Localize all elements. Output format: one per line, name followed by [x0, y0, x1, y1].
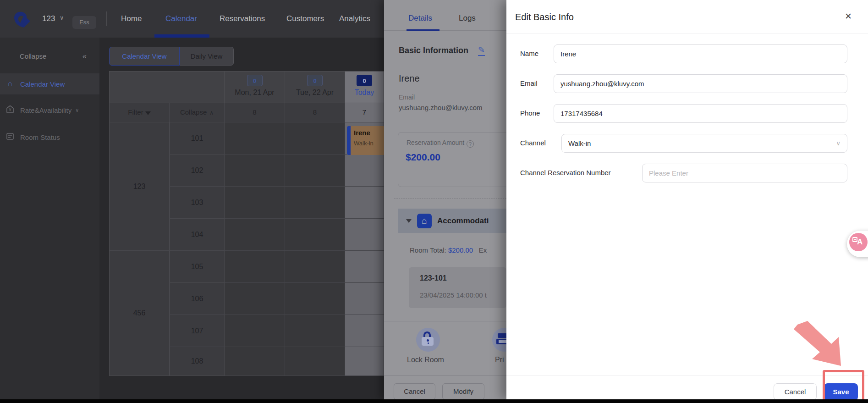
room-total-value: $200.00 [448, 246, 473, 254]
phone-field[interactable]: 17317435684 [554, 104, 847, 123]
room-row-label[interactable]: 105 [170, 251, 225, 283]
tabs-divider [384, 30, 506, 31]
lock-room-button[interactable] [416, 328, 440, 352]
room-row-label[interactable]: 107 [170, 315, 225, 347]
room-code: 123-101 [420, 274, 447, 282]
grid-cell[interactable] [225, 283, 285, 315]
tab-details[interactable]: Details [408, 14, 432, 23]
modal-cancel-button[interactable]: Cancel [774, 383, 817, 400]
day-header[interactable]: 0 Tue, 22 Apr [285, 71, 345, 103]
grid-cell[interactable] [225, 155, 285, 187]
sidebar-item-rate-availability[interactable]: ¥ Rate&Availability ∨ [0, 99, 99, 121]
sidebar-item-label: Calendar View [20, 80, 65, 88]
grid-cell-today[interactable] [345, 283, 384, 315]
edit-pencil-icon[interactable]: ✎ [478, 45, 485, 56]
grid-cell[interactable] [285, 219, 345, 251]
org-selector[interactable]: 123 [42, 0, 55, 38]
grid-cell[interactable] [285, 315, 345, 347]
daily-view-button[interactable]: Daily View [180, 47, 234, 66]
grid-cell[interactable] [285, 155, 345, 187]
help-question-icon[interactable]: ? [467, 140, 474, 148]
room-row-label[interactable]: 102 [170, 155, 225, 187]
screen: 123 ∨ Ess Home Calendar Reservations Cus… [0, 0, 868, 403]
room-status-icon [5, 132, 15, 143]
sidebar-collapse[interactable]: Collapse « [0, 49, 99, 65]
calendar-view-button[interactable]: Calendar View [109, 47, 180, 66]
grid-cell[interactable] [225, 251, 285, 283]
guest-name: Irene [399, 73, 420, 84]
modal-footer-divider [506, 375, 868, 375]
collapse-rooms-cell[interactable]: Collapse∧ [170, 103, 225, 122]
chevron-down-icon: ∨ [60, 14, 64, 21]
drawer-cancel-button[interactable]: Cancel [394, 383, 435, 400]
amount-label-text: Reservation Amount [407, 139, 464, 146]
room-total-label: Room Total: [410, 246, 446, 254]
accommodation-section-header[interactable]: ⌂ Accommodati [398, 209, 506, 233]
chevron-down-icon: ∨ [836, 140, 841, 147]
grid-cell-today[interactable] [345, 187, 384, 219]
nav-item-analytics[interactable]: Analytics [339, 0, 370, 38]
drawer-modify-button[interactable]: Modify [442, 383, 484, 400]
day-header[interactable]: 0 Mon, 21 Apr [225, 71, 285, 103]
nav-item-customers[interactable]: Customers [286, 0, 324, 38]
sidebar-item-calendar-view[interactable]: ⌂ Calendar View [0, 73, 99, 94]
sidebar-item-room-status[interactable]: Room Status [0, 127, 99, 148]
grid-cell[interactable] [285, 187, 345, 219]
channel-select[interactable]: Walk-in ∨ [561, 134, 847, 153]
grid-cell[interactable] [225, 122, 285, 155]
grid-cell[interactable] [285, 347, 345, 376]
room-row-label[interactable]: 106 [170, 283, 225, 315]
room-row-label[interactable]: 103 [170, 187, 225, 219]
grid-cell[interactable] [285, 251, 345, 283]
room-row-label[interactable]: 101 [170, 122, 225, 155]
grid-cell[interactable] [225, 219, 285, 251]
grid-cell[interactable] [225, 187, 285, 219]
day-label: Mon, 21 Apr [225, 88, 285, 97]
channel-reservation-number-field[interactable]: Please Enter [642, 164, 847, 182]
grid-cell[interactable] [225, 315, 285, 347]
grid-cell-today[interactable] [345, 251, 384, 283]
day-count-badge: 0 [357, 75, 372, 86]
sidebar-collapse-label: Collapse [20, 52, 46, 60]
day-count-badge: 0 [307, 75, 323, 86]
grid-cell-today[interactable] [345, 219, 384, 251]
grid-cell-today[interactable] [345, 155, 384, 187]
grid-cell-today[interactable] [345, 347, 384, 376]
nav-item-reservations[interactable]: Reservations [220, 0, 265, 38]
room-stay-card[interactable]: 123-101 23/04/2025 14:00:00 t [409, 267, 506, 308]
grid-cell[interactable] [225, 347, 285, 376]
nav-item-home[interactable]: Home [121, 0, 142, 38]
name-label: Name [520, 50, 538, 57]
plan-badge: Ess [72, 16, 96, 29]
room-row-label[interactable]: 108 [170, 347, 225, 376]
lock-keyhole [427, 339, 429, 342]
chevron-up-icon: ∧ [209, 110, 214, 116]
calendar-panel: Calendar View Daily View 21/04/2025Today… [109, 39, 384, 400]
availability-count-today: 7 [345, 103, 384, 122]
day-label: Tue, 22 Apr [285, 88, 345, 97]
active-tab-underline [154, 34, 209, 38]
channel-selected-value: Walk-in [568, 139, 591, 147]
footer-divider [384, 375, 506, 375]
name-field[interactable]: Irene [554, 44, 847, 63]
caret-down-icon[interactable] [406, 219, 412, 223]
filter-cell[interactable]: Filter [109, 103, 170, 122]
day-header-today[interactable]: 0 Today [345, 71, 384, 103]
collapse-chevrons-icon[interactable]: « [82, 52, 87, 61]
grid-cell-today[interactable] [345, 315, 384, 347]
reservation-guest-name: Irene [354, 129, 370, 137]
chevron-down-icon: ∨ [75, 107, 79, 113]
availability-count: 8 [225, 103, 285, 122]
nav-divider [106, 11, 107, 26]
tab-logs[interactable]: Logs [459, 14, 476, 23]
sidebar-item-label: Rate&Availability [20, 106, 71, 114]
reservation-status-bar [347, 126, 351, 155]
room-row-label[interactable]: 104 [170, 219, 225, 251]
nav-item-calendar[interactable]: Calendar [165, 0, 197, 38]
home-icon: ⌂ [5, 79, 15, 88]
email-field[interactable]: yushuang.zhou@kluvy.com [554, 74, 847, 93]
grid-cell[interactable] [285, 283, 345, 315]
grid-cell[interactable] [285, 122, 345, 155]
reservation-block[interactable]: Irene Walk-in [347, 126, 385, 155]
close-icon[interactable]: ✕ [845, 11, 852, 22]
